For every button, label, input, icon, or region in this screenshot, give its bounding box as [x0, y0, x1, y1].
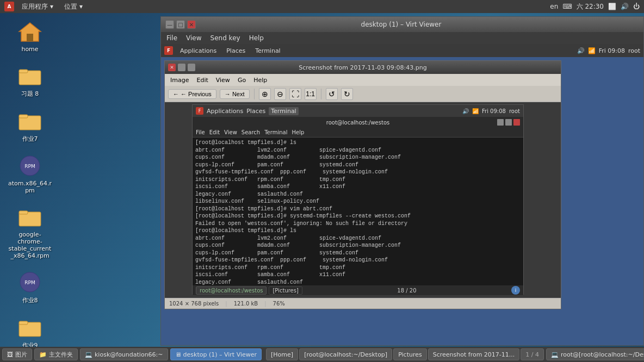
- status-sep2: |: [264, 301, 266, 307]
- svg-rect-13: [19, 321, 28, 324]
- inner-network-icon: 📶: [588, 47, 596, 54]
- desktop-icon-chrome[interactable]: RPM 作业8: [5, 267, 54, 307]
- taskbar-sub-items: [Home] [root@localhost:~/Desktop] Pictur…: [266, 348, 544, 360]
- inner-inner-right: 🔊 📶 Fri 09:08 root: [462, 108, 520, 114]
- terminal-icon1: 💻: [85, 351, 92, 358]
- icon-label-zuoye8: google-chrome-stable_current_x86_64.rpm: [8, 231, 52, 259]
- taskbar-item-root-terminal[interactable]: 💻 root@[root@localhost:~/Desktop]: [546, 348, 644, 360]
- t-menu-file[interactable]: File: [196, 129, 205, 135]
- img-max-btn[interactable]: [188, 64, 195, 71]
- close-button[interactable]: ✕: [187, 20, 196, 29]
- t-btn2[interactable]: [505, 119, 512, 126]
- inner-inner-time: Fri 09:08: [482, 108, 506, 114]
- img-window-controls: ✕: [168, 64, 195, 71]
- inner-terminal-title: root@localhost:/westos: [326, 120, 389, 126]
- img-menu-image[interactable]: Image: [167, 76, 192, 85]
- image-filesize: 121.0 kB: [234, 301, 258, 307]
- taskbar-sub-home[interactable]: [Home]: [266, 348, 298, 360]
- terminal-line: iscsi.conf samba.conf x11.conf: [195, 183, 521, 191]
- terminal-line: iscsi.conf samba.conf x11.conf: [195, 271, 521, 279]
- zoom-in-btn[interactable]: ⊕: [259, 88, 271, 100]
- folder-icon-zuoye9: [17, 314, 43, 340]
- img-menu-edit[interactable]: Edit: [193, 76, 211, 85]
- desktop-icon-zuoye9[interactable]: 作业9: [5, 312, 54, 352]
- inner-volume-icon: 🔊: [577, 47, 585, 54]
- inner-inner-apps-label: Applications: [207, 108, 243, 115]
- t-menu-view[interactable]: View: [224, 129, 237, 135]
- image-dimensions: 1024 × 768 pixels: [169, 301, 219, 307]
- inner-terminal-btn[interactable]: Terminal: [252, 47, 283, 55]
- zoom-out-btn[interactable]: ⊖: [274, 88, 286, 100]
- prev-button[interactable]: ← ← Previous: [168, 89, 216, 99]
- virt-menu-sendkey[interactable]: Send key: [207, 33, 244, 43]
- taskbar-item-terminal-kiosk[interactable]: 💻 kiosk@foundation66:~: [80, 348, 168, 360]
- inner-tab-westos[interactable]: root@localhost:/westos: [196, 286, 267, 295]
- inner-applications-btn[interactable]: Applications: [177, 47, 219, 55]
- img-menu-help[interactable]: Help: [250, 76, 270, 85]
- rotate-ccw-btn[interactable]: ↺: [326, 88, 338, 100]
- taskbar-sub-desktop[interactable]: [root@localhost:~/Desktop]: [299, 348, 392, 360]
- desktop-icon-xiti8[interactable]: 习题 8: [5, 60, 54, 100]
- image-viewer-menubar: Image Edit View Go Help: [165, 74, 561, 86]
- virt-viewer-menubar: File View Send key Help: [161, 32, 643, 44]
- t-btn3[interactable]: [513, 119, 520, 126]
- location-menu-btn[interactable]: 位置 ▾: [61, 1, 86, 13]
- taskbar-item-virt-viewer[interactable]: 🖥 desktop (1) – Virt Viewer: [170, 348, 262, 360]
- zoom-fit-btn[interactable]: ⛶: [289, 88, 301, 100]
- taskbar-pictures-label: 图片: [15, 351, 27, 359]
- toolbar-separator: [254, 89, 255, 99]
- root-terminal-icon: 💻: [551, 351, 559, 358]
- virt-menu-help[interactable]: Help: [246, 33, 267, 43]
- window-icon: ⬜: [608, 3, 616, 10]
- img-min-btn[interactable]: [178, 64, 185, 71]
- terminal-line: gvfsd-fuse-tmpfiles.conf ppp.conf system…: [195, 257, 521, 264]
- img-close-btn[interactable]: ✕: [168, 64, 176, 71]
- t-menu-help[interactable]: Help: [292, 129, 304, 135]
- desktop-icon-zuoye7[interactable]: 作业7: [5, 105, 54, 145]
- maximize-button[interactable]: □: [176, 20, 185, 29]
- taskbar-item-files[interactable]: 📁 主文件夹: [34, 348, 78, 360]
- terminal-line: cups-lp.conf pam.conf systemd.conf: [195, 249, 521, 257]
- inner-places-btn[interactable]: Places: [224, 47, 248, 55]
- t-menu-terminal[interactable]: Terminal: [264, 129, 287, 135]
- bottom-taskbar: 🖼 图片 📁 主文件夹 💻 kiosk@foundation66:~ 🖥 des…: [0, 347, 644, 362]
- volume-icon: 🔊: [621, 3, 629, 10]
- taskbar-item-pictures[interactable]: 🖼 图片: [2, 348, 32, 360]
- minimize-button[interactable]: —: [165, 20, 174, 29]
- inner-terminal-page: 18 / 20: [397, 288, 416, 294]
- taskbar-sub-pictures[interactable]: Pictures: [393, 348, 427, 360]
- virt-menu-file[interactable]: File: [163, 33, 181, 43]
- t-menu-edit[interactable]: Edit: [209, 129, 220, 135]
- next-button[interactable]: → Next: [220, 89, 250, 99]
- virt-viewer-window: — □ ✕ desktop (1) – Virt Viewer File Vie…: [160, 16, 644, 346]
- virt-menu-view[interactable]: View: [183, 33, 205, 43]
- taskbar-virt-label: desktop (1) – Virt Viewer: [183, 351, 257, 358]
- terminal-body[interactable]: [root@localhost tmpfiles.d]# ls abrt.con…: [193, 138, 523, 285]
- inner-terminal-menubar: File Edit View Search Terminal Help: [193, 128, 523, 138]
- icon-label-atom: atom.x86_64.rpm: [8, 180, 52, 194]
- desktop-icon-atom[interactable]: RPM atom.x86_64.rpm: [5, 151, 54, 196]
- t-btn1[interactable]: [497, 119, 504, 126]
- img-menu-go[interactable]: Go: [234, 76, 249, 85]
- rotate-cw-btn[interactable]: ↻: [341, 88, 353, 100]
- inner-inner-network-icon: 📶: [472, 108, 479, 114]
- terminal-line: Failed to open 'westos.conf', ignoring: …: [195, 220, 521, 228]
- terminal-line: cups.conf mdadm.conf subscription-manage…: [195, 154, 521, 161]
- inner-tab-pictures[interactable]: [Pictures]: [269, 286, 302, 295]
- desktop-icon-home[interactable]: home: [5, 16, 54, 55]
- gnome-app-icon: F: [164, 46, 173, 55]
- rpm-icon-atom: RPM: [17, 153, 43, 179]
- applications-menu-btn[interactable]: 应用程序 ▾: [18, 1, 57, 13]
- clock: 六 22:30: [577, 2, 604, 11]
- terminal-line: legacy.conf saslauthd.conf: [195, 191, 521, 198]
- inner-inner-audio-icon: 🔊: [462, 108, 469, 114]
- nested-content: F Applications Places Terminal 🔊 📶 Fri 0…: [161, 44, 643, 345]
- zoom-original-btn[interactable]: 1:1: [305, 88, 317, 100]
- terminal-line: initscripts.conf rpm.conf tmp.conf: [195, 264, 521, 272]
- t-menu-search[interactable]: Search: [242, 129, 260, 135]
- taskbar-root-label: root@[root@localhost:~/Desktop]: [561, 351, 644, 358]
- taskbar-sub-screenshot[interactable]: Screenshot from 2017-11...: [428, 348, 520, 360]
- img-menu-view[interactable]: View: [213, 76, 233, 85]
- virt-viewer-titlebar: — □ ✕ desktop (1) – Virt Viewer: [161, 17, 643, 32]
- desktop-icon-zuoye8[interactable]: google-chrome-stable_current_x86_64.rpm: [5, 202, 54, 261]
